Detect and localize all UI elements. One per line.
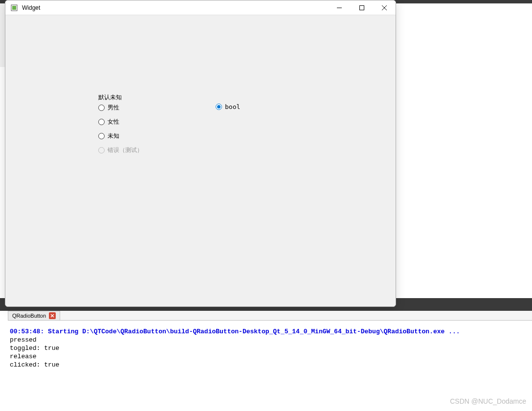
radio-error: 错误（测试） (98, 146, 143, 154)
radio-female[interactable]: 女性 (98, 118, 143, 126)
radio-male[interactable]: 男性 (98, 104, 143, 112)
group-label: 默认未知 (98, 93, 143, 102)
output-tab[interactable]: QRadioButton (8, 311, 60, 320)
svg-rect-1 (12, 6, 16, 10)
radio-label: 错误（测试） (108, 146, 143, 154)
radio-label: bool (225, 103, 240, 110)
close-button[interactable] (373, 0, 396, 15)
app-icon (10, 4, 18, 12)
radio-label: 男性 (108, 104, 119, 112)
radio-icon (98, 105, 105, 111)
radio-unknown[interactable]: 未知 (98, 132, 143, 140)
output-line: 00:53:48: Starting D:\QTCode\QRadioButto… (10, 328, 460, 335)
radio-icon (216, 104, 222, 110)
output-line: pressed (10, 336, 37, 344)
window-title: Widget (22, 4, 328, 11)
close-icon[interactable] (49, 312, 56, 319)
maximize-button[interactable] (351, 0, 373, 15)
gender-radio-group: 默认未知 男性 女性 未知 错误（测试） (98, 93, 143, 160)
radio-label: 女性 (108, 118, 119, 126)
output-line: release (10, 353, 37, 360)
svg-rect-3 (360, 5, 364, 10)
watermark: CSDN @NUC_Dodamce (450, 397, 526, 405)
output-line: toggled: true (10, 345, 59, 352)
widget-window: Widget 默认未知 男性 女性 未知 (5, 0, 396, 307)
minimize-button[interactable] (328, 0, 351, 15)
left-gutter (0, 3, 5, 67)
widget-body: 默认未知 男性 女性 未知 错误（测试） bool (5, 15, 396, 306)
radio-label: 未知 (108, 132, 119, 140)
radio-icon (98, 147, 105, 153)
output-line: clicked: true (10, 361, 59, 368)
radio-icon (98, 133, 105, 139)
radio-icon (98, 119, 105, 125)
titlebar[interactable]: Widget (5, 0, 396, 15)
radio-bool[interactable]: bool (216, 103, 240, 110)
tab-label: QRadioButton (12, 313, 46, 319)
output-tab-row: QRadioButton (8, 311, 532, 321)
